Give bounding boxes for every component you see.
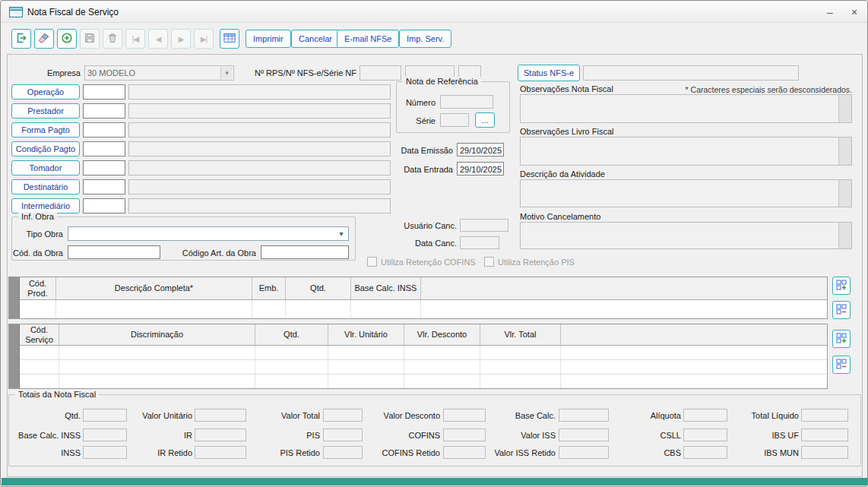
condicao-pagto-code-field[interactable] — [83, 141, 125, 157]
cell[interactable] — [351, 300, 421, 318]
valor-total-field — [323, 409, 363, 422]
intermediario-code-field[interactable] — [83, 198, 125, 213]
cell[interactable] — [255, 360, 328, 374]
descricao-atividade-label: Descrição da Atividade — [520, 169, 605, 179]
produtos-grid-row[interactable] — [20, 300, 827, 318]
condicao-pagto-desc-field — [128, 141, 391, 157]
tomador-desc-field — [128, 160, 391, 176]
col-header-vlr-total: Vlr. Total — [480, 324, 561, 345]
tomador-code-field[interactable] — [83, 160, 125, 176]
produtos-add-row-button[interactable] — [832, 277, 851, 295]
scrollbar[interactable] — [838, 180, 851, 207]
cell[interactable] — [404, 346, 480, 359]
cell[interactable] — [404, 360, 480, 374]
close-button[interactable]: × — [843, 2, 866, 22]
cell[interactable] — [255, 346, 328, 359]
servicos-grid-row[interactable] — [20, 346, 827, 360]
cell[interactable] — [59, 375, 255, 388]
cell[interactable] — [561, 375, 827, 388]
obs-nota-fiscal-textarea — [520, 94, 852, 123]
window-title: Nota Fiscal de Serviço — [27, 7, 119, 17]
col-header-discriminacao: Discriminação — [59, 324, 255, 345]
cell[interactable] — [20, 360, 59, 374]
produtos-remove-row-button[interactable] — [832, 301, 851, 319]
intermediario-button[interactable]: Intermediário — [11, 198, 80, 213]
minimize-button[interactable]: – — [819, 2, 841, 22]
grid-view-button[interactable] — [220, 29, 239, 49]
numero-field — [440, 95, 493, 109]
condicao-pagto-button[interactable]: Condição Pagto — [11, 141, 80, 157]
exit-button[interactable] — [11, 29, 31, 49]
servicos-grid: Cód. Serviço Discriminação Qtd. Vlr. Uni… — [8, 324, 828, 389]
cell[interactable] — [328, 360, 404, 374]
data-entrada-field[interactable]: 29/10/2025 — [457, 162, 504, 176]
destinatario-desc-field — [128, 179, 391, 194]
tomador-button[interactable]: Tomador — [11, 160, 80, 176]
base-calc-label: Base Calc. — [478, 411, 556, 420]
cbs-label: CBS — [615, 448, 681, 457]
grid-remove-icon — [835, 358, 847, 372]
servicos-add-row-button[interactable] — [832, 330, 851, 348]
data-emissao-field[interactable]: 29/10/2025 — [457, 143, 504, 157]
browse-serie-button[interactable]: ... — [475, 112, 495, 128]
cell[interactable] — [20, 300, 56, 318]
grid-remove-icon — [835, 303, 847, 318]
scrollbar[interactable] — [838, 138, 851, 165]
cell[interactable] — [255, 375, 328, 388]
status-nfse-button[interactable]: Status NFS-e — [518, 65, 580, 81]
obs-livro-fiscal-label: Observações Livro Fiscal — [520, 127, 614, 136]
imp-serv-button[interactable]: Imp. Serv. — [399, 30, 451, 48]
total-liquido-label: Total Líquido — [725, 411, 799, 420]
cell[interactable] — [59, 346, 255, 359]
numero-label: Número — [396, 98, 436, 107]
destinatario-button[interactable]: Destinatário — [11, 179, 80, 194]
new-record-button[interactable] — [57, 29, 77, 49]
operacao-button[interactable]: Operação — [11, 84, 80, 100]
obs-livro-fiscal-textarea — [520, 137, 852, 166]
scrollbar[interactable] — [838, 223, 851, 248]
clear-button[interactable] — [34, 29, 54, 49]
valor-iss-retido-field — [559, 446, 609, 459]
base-calc-inss-field — [83, 428, 127, 441]
prestador-button[interactable]: Prestador — [11, 103, 80, 119]
cell[interactable] — [561, 346, 827, 359]
servicos-remove-row-button[interactable] — [832, 356, 851, 374]
totais-title: Totais da Nota Fiscal — [15, 390, 99, 399]
imprimir-button[interactable]: Imprimir — [246, 30, 291, 48]
cell[interactable] — [421, 300, 827, 318]
cell[interactable] — [328, 375, 404, 388]
operacao-code-field[interactable] — [83, 84, 125, 100]
aliquota-label: Alíquota — [615, 411, 681, 420]
valor-iss-label: Valor ISS — [478, 431, 556, 440]
cancelar-button[interactable]: Cancelar — [291, 30, 340, 48]
obs-nota-fiscal-label: Observações Nota Fiscal — [520, 84, 613, 93]
codigo-art-obra-field[interactable] — [261, 245, 349, 259]
valor-iss-field — [559, 428, 609, 441]
forma-pagto-code-field[interactable] — [83, 122, 125, 138]
cofins-retido-label: COFINS Retido — [364, 448, 440, 457]
forma-pagto-button[interactable]: Forma Pagto — [11, 122, 80, 138]
cell[interactable] — [328, 346, 404, 359]
servicos-grid-row[interactable] — [20, 360, 827, 375]
cell[interactable] — [480, 375, 561, 388]
titlebar[interactable]: Nota Fiscal de Serviço – × — [2, 2, 867, 23]
cell[interactable] — [20, 346, 59, 359]
cod-obra-field[interactable] — [68, 245, 160, 259]
cell[interactable] — [20, 375, 59, 388]
cell[interactable] — [286, 300, 351, 318]
tipo-obra-combobox[interactable]: ▾ — [68, 226, 349, 241]
cell[interactable] — [480, 346, 561, 359]
cell[interactable] — [404, 375, 480, 388]
cofins-label: COFINS — [364, 431, 440, 440]
ibs-uf-label: IBS UF — [725, 431, 799, 440]
servicos-grid-row[interactable] — [20, 375, 827, 388]
cell[interactable] — [561, 360, 827, 374]
cell[interactable] — [59, 360, 255, 374]
cell[interactable] — [480, 360, 561, 374]
scrollbar[interactable] — [838, 95, 851, 122]
destinatario-code-field[interactable] — [83, 179, 125, 194]
cell[interactable] — [56, 300, 252, 318]
email-nfse-button[interactable]: E-mail NFSe — [337, 30, 399, 48]
prestador-code-field[interactable] — [83, 103, 125, 119]
cell[interactable] — [252, 300, 286, 318]
